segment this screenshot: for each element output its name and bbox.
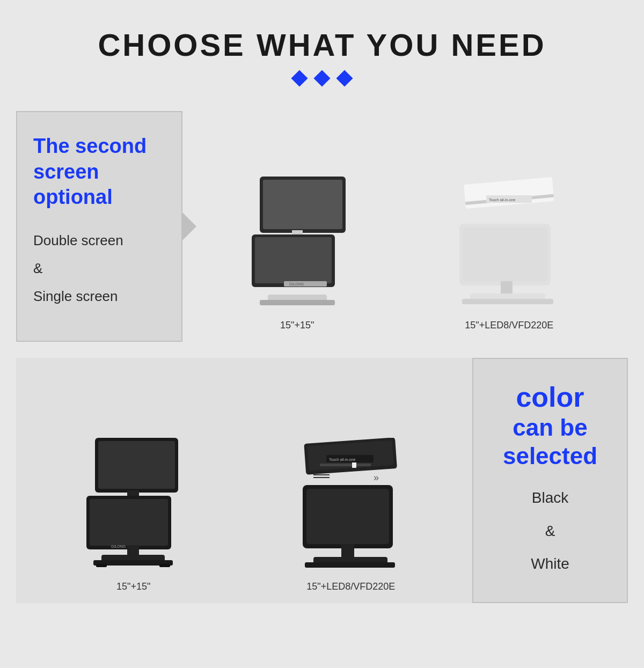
svg-rect-24 (90, 499, 168, 546)
arrow-right-icon (181, 211, 196, 241)
svg-rect-44 (305, 562, 395, 568)
top-left-label: 15"+15" (280, 320, 314, 331)
svg-rect-4 (255, 237, 332, 283)
page-header: CHOOSE WHAT YOU NEED (0, 0, 644, 111)
svg-rect-21 (98, 441, 175, 489)
pos-double-white-svg: GILONG (244, 177, 351, 313)
top-right-label: 15"+LED8/VFD220E (465, 320, 553, 331)
bottom-right-label: 15"+LED8/VFD220E (306, 581, 395, 592)
color-subtitle: can be selected (489, 414, 611, 471)
svg-rect-42 (341, 544, 354, 559)
svg-rect-33 (320, 464, 371, 466)
svg-rect-19 (462, 299, 553, 304)
svg-text:Touch all-in-one: Touch all-in-one (329, 458, 356, 461)
diamond-icon-3 (336, 70, 353, 86)
svg-text:GILONG: GILONG (289, 282, 304, 286)
bottom-products-panel: GILONG 15"+15" (16, 358, 472, 603)
svg-rect-26 (127, 545, 139, 556)
product-top-left: GILONG 15"+15" (244, 177, 351, 342)
diamond-icon-1 (291, 70, 308, 86)
svg-rect-37 (313, 474, 330, 475)
pos-single-white-svg: Touch all-in-one (451, 177, 567, 313)
product-top-right: Touch all-in-one 15"+LED8/VFD220E (451, 177, 567, 342)
left-info-panel: The second screen optional Double screen… (16, 111, 182, 342)
screen-options-text: Double screen & Single screen (33, 226, 165, 310)
diamond-decorations (0, 72, 644, 84)
diamond-icon-2 (313, 70, 330, 86)
svg-text:Touch all-in-one: Touch all-in-one (489, 198, 516, 202)
pos-double-black-svg: GILONG (80, 438, 187, 575)
svg-text:GILONG: GILONG (111, 545, 126, 548)
color-options-text: Black & White (531, 481, 569, 581)
bottom-left-label: 15"+15" (116, 581, 150, 592)
svg-text:»: » (374, 472, 379, 483)
svg-rect-30 (159, 564, 170, 567)
bottom-section: GILONG 15"+15" (16, 358, 628, 603)
svg-rect-17 (501, 281, 513, 295)
product-bottom-right: Touch all-in-one » 15"+LED8/VFD220E (293, 438, 408, 603)
pos-single-black-svg: Touch all-in-one » (293, 438, 408, 575)
svg-rect-16 (463, 227, 547, 281)
color-panel: color can be selected Black & White (472, 358, 628, 603)
top-section: The second screen optional Double screen… (16, 111, 628, 342)
svg-rect-9 (260, 300, 335, 305)
top-products-panel: GILONG 15"+15" Touch all-in-one (182, 111, 628, 342)
product-bottom-left: GILONG 15"+15" (80, 438, 187, 603)
page-title: CHOOSE WHAT YOU NEED (0, 27, 644, 63)
second-screen-label: The second screen optional (33, 134, 165, 210)
svg-rect-29 (96, 564, 107, 567)
svg-rect-1 (263, 180, 342, 229)
svg-rect-41 (306, 489, 389, 544)
svg-rect-38 (313, 477, 330, 478)
color-title: color (516, 380, 584, 414)
